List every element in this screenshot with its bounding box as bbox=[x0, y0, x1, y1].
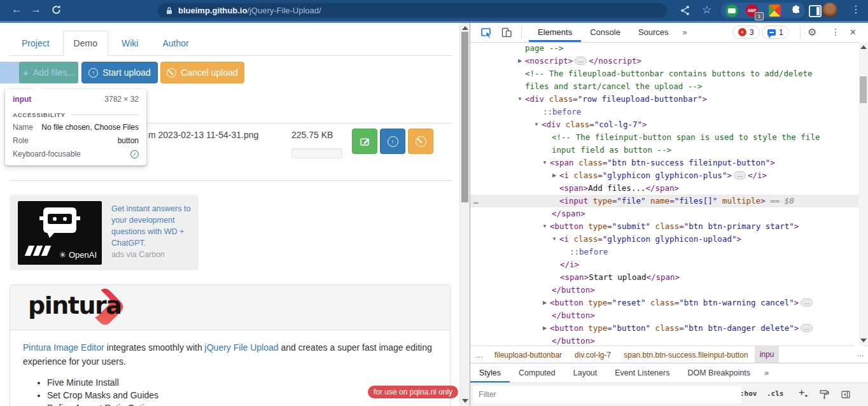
link[interactable]: jQuery File Upload bbox=[205, 342, 279, 353]
dom-tree-node[interactable]: </span> bbox=[470, 207, 858, 220]
dom-tree-node[interactable]: ▶<button type="button" class="btn btn-da… bbox=[470, 322, 858, 335]
breadcrumb-overflow[interactable]: … bbox=[854, 346, 864, 363]
elements-scrollbar[interactable] bbox=[858, 42, 868, 346]
expand-arrow-icon[interactable]: ▶ bbox=[516, 55, 524, 67]
side-panel-icon[interactable] bbox=[809, 5, 822, 17]
collapse-arrow-icon[interactable]: ▼ bbox=[533, 118, 540, 131]
scroll-up-arrow[interactable] bbox=[860, 45, 867, 49]
collapse-arrow-icon[interactable]: ▼ bbox=[541, 157, 549, 169]
browser-menu-icon[interactable]: ⋮ bbox=[851, 3, 861, 15]
ad-image[interactable]: ✳ OpenAI bbox=[18, 201, 102, 265]
devtools-tab-console[interactable]: Console bbox=[581, 23, 629, 42]
breadcrumb-item[interactable]: fileupload-buttonbar bbox=[488, 351, 568, 360]
share-icon[interactable] bbox=[680, 5, 690, 16]
styles-tab-styles[interactable]: Styles bbox=[470, 363, 510, 383]
scroll-up-arrow[interactable] bbox=[462, 26, 468, 30]
collapse-arrow-icon[interactable]: ▼ bbox=[516, 93, 524, 106]
breadcrumb-item[interactable]: inpu bbox=[755, 346, 780, 363]
inline-ellipsis-button[interactable]: … bbox=[734, 171, 746, 179]
dom-tree-node[interactable]: input field as button --> bbox=[470, 144, 858, 157]
edit-file-button[interactable] bbox=[352, 129, 377, 154]
address-bar[interactable]: blueimp.github.io/jQuery-File-Upload/ bbox=[158, 3, 667, 18]
styles-tab-layout[interactable]: Layout bbox=[564, 363, 606, 383]
dom-tree-node[interactable]: </i> bbox=[470, 258, 858, 271]
dom-tree-node[interactable]: ::before bbox=[470, 246, 858, 258]
close-devtools-icon[interactable]: ✕ bbox=[850, 27, 857, 37]
styles-filter-input[interactable] bbox=[473, 386, 741, 403]
issues-badge[interactable]: 1 bbox=[762, 25, 789, 39]
dom-tree-node[interactable]: ▶<noscript>…</noscript> bbox=[470, 55, 858, 67]
breadcrumb-overflow[interactable]: … bbox=[470, 351, 488, 360]
styles-tab-computed[interactable]: Computed bbox=[510, 363, 564, 383]
devtools-menu-icon[interactable]: ⋮ bbox=[831, 27, 840, 37]
dom-tree-node[interactable]: </button> bbox=[470, 309, 858, 322]
chatgpt-extension-icon[interactable] bbox=[725, 4, 738, 17]
cancel-file-button[interactable] bbox=[408, 129, 433, 154]
dom-tree-node[interactable]: </button> bbox=[470, 284, 858, 297]
reload-icon[interactable] bbox=[51, 4, 62, 15]
extension-icon[interactable] bbox=[769, 4, 781, 17]
node-gutter-ellipsis[interactable]: … bbox=[473, 195, 479, 207]
dom-tree-node[interactable]: <!-- The fileupload-buttonbar contains b… bbox=[470, 67, 858, 80]
dom-tree-node[interactable]: …<input type="file" name="files[]" multi… bbox=[470, 195, 858, 207]
dom-tree-node[interactable]: ▼<div class="row fileupload-buttonbar"> bbox=[470, 93, 858, 106]
dom-tree-node[interactable]: ▼<div class="col-lg-7"> bbox=[470, 118, 858, 131]
dock-sidebar-icon[interactable] bbox=[841, 389, 851, 400]
ad-headline[interactable]: Get instant answers to your development … bbox=[111, 203, 194, 249]
paint-roller-icon[interactable] bbox=[819, 389, 830, 400]
ad-attribution[interactable]: ads via Carbon bbox=[111, 249, 194, 260]
upload-file-button[interactable]: ↑ bbox=[380, 129, 405, 154]
page-scrollbar[interactable] bbox=[459, 23, 470, 406]
styles-tab-event-listeners[interactable]: Event Listeners bbox=[606, 363, 678, 383]
inline-ellipsis-button[interactable]: … bbox=[801, 324, 813, 332]
toggle-hover-state[interactable]: :hov bbox=[740, 389, 757, 398]
profile-avatar[interactable] bbox=[822, 3, 837, 18]
dom-tree-node[interactable]: ▶<i class="glyphicon glyphicon-plus">…</… bbox=[470, 169, 858, 182]
tab-wiki[interactable]: Wiki bbox=[111, 31, 149, 56]
dom-tree-node[interactable]: page --> bbox=[470, 42, 858, 55]
more-tabs-chevron[interactable]: » bbox=[678, 23, 692, 42]
dom-tree-node[interactable]: <span>Start upload</span> bbox=[470, 271, 858, 284]
breadcrumb-item[interactable]: div.col-lg-7 bbox=[568, 351, 617, 360]
inspect-element-icon[interactable] bbox=[480, 27, 492, 38]
extensions-puzzle-icon[interactable] bbox=[790, 4, 802, 17]
scroll-down-arrow[interactable] bbox=[860, 339, 867, 342]
dom-tree-node[interactable]: <span>Add files...</span> bbox=[470, 182, 858, 195]
scrollbar-thumb[interactable] bbox=[860, 76, 867, 103]
start-upload-button[interactable]: ↑ Start upload bbox=[81, 62, 158, 83]
tab-author[interactable]: Author bbox=[151, 31, 199, 56]
cancel-upload-button[interactable]: Cancel upload bbox=[160, 62, 244, 83]
forward-icon[interactable]: → bbox=[31, 3, 41, 16]
dom-tree-node[interactable]: ▼<span class="btn btn-success fileinput-… bbox=[470, 157, 858, 169]
styles-tab-dom-breakpoints[interactable]: DOM Breakpoints bbox=[678, 363, 759, 383]
bookmark-star-icon[interactable]: ☆ bbox=[702, 3, 711, 17]
dom-tree-node[interactable]: ▶<button type="reset" class="btn btn-war… bbox=[470, 297, 858, 309]
devtools-tab-elements[interactable]: Elements bbox=[529, 23, 581, 42]
expand-arrow-icon[interactable]: ▶ bbox=[541, 297, 549, 309]
new-style-rule-button[interactable]: + bbox=[799, 387, 804, 398]
devtools-tab-sources[interactable]: Sources bbox=[629, 23, 678, 42]
errors-badge[interactable]: ✕ 3 bbox=[732, 25, 760, 39]
collapse-arrow-icon[interactable]: ▼ bbox=[550, 233, 558, 246]
toggle-element-classes[interactable]: .cls bbox=[767, 389, 784, 398]
expand-arrow-icon[interactable]: ▶ bbox=[550, 169, 558, 182]
inline-ellipsis-button[interactable]: … bbox=[575, 57, 587, 65]
scroll-down-arrow[interactable] bbox=[462, 399, 468, 403]
scrollbar-thumb[interactable] bbox=[461, 32, 468, 202]
breadcrumb-item[interactable]: span.btn.btn-success.fileinput-button bbox=[617, 351, 754, 360]
back-icon[interactable]: ← bbox=[11, 3, 22, 16]
dom-tree-node[interactable]: files and start/cancel the upload --> bbox=[470, 80, 858, 93]
dom-tree-node[interactable]: </button> bbox=[470, 335, 858, 346]
expand-arrow-icon[interactable]: ▶ bbox=[541, 322, 549, 335]
more-styles-tabs-chevron[interactable]: » bbox=[759, 363, 774, 382]
dom-tree-node[interactable]: ▼<button type="submit" class="btn btn-pr… bbox=[470, 220, 858, 233]
inline-ellipsis-button[interactable]: … bbox=[801, 298, 813, 307]
carbon-ad[interactable]: ✳ OpenAI Get instant answers to your dev… bbox=[10, 195, 199, 270]
tab-project[interactable]: Project bbox=[11, 31, 60, 56]
dom-tree-node[interactable]: ▼<i class="glyphicon glyphicon-upload"> bbox=[470, 233, 858, 246]
settings-gear-icon[interactable]: ⚙ bbox=[808, 26, 816, 38]
link[interactable]: Pintura Image Editor bbox=[23, 342, 104, 353]
dom-tree-node[interactable]: <!-- The fileinput-button span is used t… bbox=[470, 131, 858, 144]
tab-demo[interactable]: Demo bbox=[63, 31, 108, 56]
device-toolbar-icon[interactable] bbox=[501, 27, 512, 38]
